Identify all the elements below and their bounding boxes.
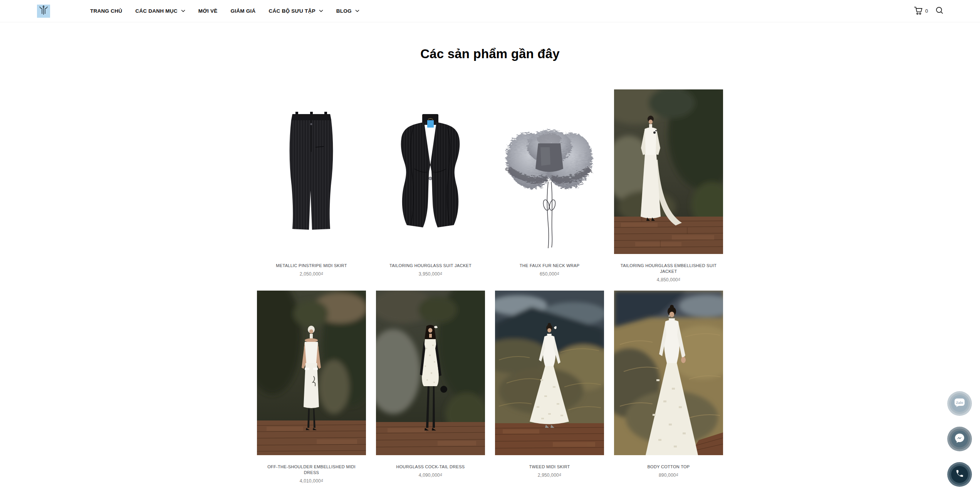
product-price: 4,090,000₫ <box>380 473 481 478</box>
wooden-floor <box>495 423 604 455</box>
nav-label: BLOG <box>336 8 352 14</box>
cart-icon <box>913 6 923 17</box>
product-card[interactable]: TAILORING HOURGLASS EMBELLISHED SUIT JAC… <box>614 89 723 282</box>
product-title[interactable]: METALLIC PINSTRIPE MIDI SKIRT <box>261 263 362 269</box>
wooden-floor <box>614 217 723 254</box>
wooden-floor <box>257 420 366 455</box>
product-image[interactable] <box>376 89 485 254</box>
zalo-contact-button[interactable]: Zalo <box>947 391 972 416</box>
product-price: 4,010,000₫ <box>261 478 362 484</box>
search-button[interactable] <box>935 6 944 16</box>
product-image[interactable] <box>614 89 723 254</box>
phone-contact-button[interactable] <box>947 462 972 487</box>
product-grid: METALLIC PINSTRIPE MIDI SKIRT 2,050,000₫ <box>257 89 723 491</box>
nav-item-moi-ve[interactable]: MỚI VỀ <box>198 8 218 14</box>
cart-button[interactable]: 0 <box>913 6 928 17</box>
nav-label: CÁC BỘ SƯU TẬP <box>269 8 315 14</box>
nav-label: MỚI VỀ <box>198 8 218 14</box>
product-title[interactable]: HOURGLASS COCK-TAIL DRESS <box>380 464 481 470</box>
wooden-floor <box>376 422 485 455</box>
nav-label: TRANG CHỦ <box>90 8 122 14</box>
product-card[interactable]: OFF-THE-SHOULDER EMBELLISHED MIDI DRESS … <box>257 291 366 484</box>
product-image[interactable] <box>495 89 604 254</box>
product-image[interactable] <box>376 291 485 455</box>
nav-item-cac-danh-muc[interactable]: CÁC DANH MỤC <box>135 8 185 14</box>
product-card[interactable]: THE FAUX FUR NECK WRAP 650,000₫ <box>495 89 604 282</box>
nav-item-trang-chu[interactable]: TRANG CHỦ <box>90 8 122 14</box>
chevron-down-icon <box>181 10 185 12</box>
product-title[interactable]: TWEED MIDI SKIRT <box>499 464 600 470</box>
main-nav: TRANG CHỦ CÁC DANH MỤC MỚI VỀ GIẢM GIÁ C… <box>50 8 359 14</box>
chevron-down-icon <box>355 10 359 12</box>
product-card[interactable]: METALLIC PINSTRIPE MIDI SKIRT 2,050,000₫ <box>257 89 366 282</box>
product-title[interactable]: OFF-THE-SHOULDER EMBELLISHED MIDI DRESS <box>261 464 362 476</box>
nav-item-blog[interactable]: BLOG <box>336 8 359 14</box>
brand-logo[interactable] <box>37 5 50 18</box>
product-card[interactable]: BODY COTTON TOP 890,000₫ <box>614 291 723 484</box>
brand-logo-icon <box>39 5 48 17</box>
product-title[interactable]: TAILORING HOURGLASS EMBELLISHED SUIT JAC… <box>618 263 719 274</box>
messenger-icon <box>955 433 965 445</box>
product-title[interactable]: THE FAUX FUR NECK WRAP <box>499 263 600 269</box>
chevron-down-icon <box>319 10 323 12</box>
product-price: 2,950,000₫ <box>499 473 600 478</box>
product-image[interactable] <box>257 89 366 254</box>
product-price: 650,000₫ <box>499 271 600 277</box>
product-price: 3,950,000₫ <box>380 271 481 277</box>
search-icon <box>935 6 944 16</box>
messenger-contact-button[interactable] <box>947 427 972 451</box>
page-title: Các sản phẩm gần đây <box>0 46 980 62</box>
nav-item-cac-bo-suu-tap[interactable]: CÁC BỘ SƯU TẬP <box>269 8 323 14</box>
site-header: TRANG CHỦ CÁC DANH MỤC MỚI VỀ GIẢM GIÁ C… <box>0 0 980 22</box>
product-title[interactable]: BODY COTTON TOP <box>618 464 719 470</box>
product-image[interactable] <box>614 291 723 455</box>
product-title[interactable]: TAILORING HOURGLASS SUIT JACKET <box>380 263 481 269</box>
product-image[interactable] <box>495 291 604 455</box>
zalo-icon: Zalo <box>954 398 965 409</box>
nav-label: CÁC DANH MỤC <box>135 8 178 14</box>
nav-label: GIẢM GIÁ <box>231 8 256 14</box>
svg-text:Zalo: Zalo <box>956 401 963 405</box>
cart-count: 0 <box>925 8 928 14</box>
product-price: 890,000₫ <box>618 473 719 478</box>
nav-item-giam-gia[interactable]: GIẢM GIÁ <box>231 8 256 14</box>
product-price: 4,850,000₫ <box>618 277 719 282</box>
product-price: 2,050,000₫ <box>261 271 362 277</box>
header-actions: 0 <box>913 6 944 17</box>
product-card[interactable]: TAILORING HOURGLASS SUIT JACKET 3,950,00… <box>376 89 485 282</box>
product-card[interactable]: TWEED MIDI SKIRT 2,950,000₫ <box>495 291 604 484</box>
phone-icon <box>955 469 964 479</box>
product-card[interactable]: HOURGLASS COCK-TAIL DRESS 4,090,000₫ <box>376 291 485 484</box>
product-image[interactable] <box>257 291 366 455</box>
